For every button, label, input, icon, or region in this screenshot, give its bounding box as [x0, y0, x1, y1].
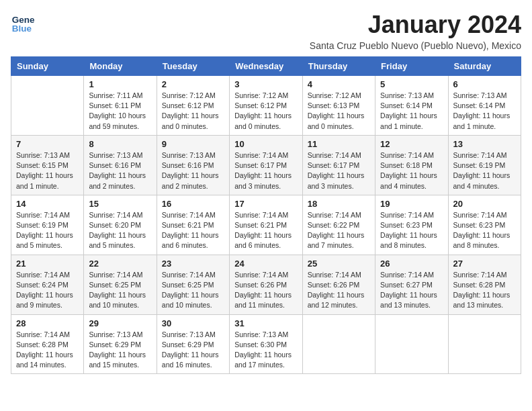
col-header-wednesday: Wednesday: [230, 57, 302, 76]
col-header-sunday: Sunday: [11, 57, 84, 76]
day-number: 22: [89, 259, 151, 269]
col-header-tuesday: Tuesday: [157, 57, 229, 76]
calendar-cell: 16Sunrise: 7:14 AM Sunset: 6:21 PM Dayli…: [157, 195, 229, 255]
calendar-week-3: 14Sunrise: 7:14 AM Sunset: 6:19 PM Dayli…: [11, 195, 521, 255]
calendar-cell: 24Sunrise: 7:14 AM Sunset: 6:26 PM Dayli…: [230, 255, 302, 314]
day-number: 15: [89, 199, 151, 209]
calendar-cell: 13Sunrise: 7:14 AM Sunset: 6:19 PM Dayli…: [448, 135, 521, 195]
day-info: Sunrise: 7:12 AM Sunset: 6:12 PM Dayligh…: [162, 91, 224, 132]
day-info: Sunrise: 7:13 AM Sunset: 6:16 PM Dayligh…: [162, 150, 224, 191]
day-info: Sunrise: 7:14 AM Sunset: 6:20 PM Dayligh…: [89, 210, 151, 251]
day-info: Sunrise: 7:13 AM Sunset: 6:15 PM Dayligh…: [16, 150, 79, 191]
calendar-cell: 11Sunrise: 7:14 AM Sunset: 6:17 PM Dayli…: [302, 135, 375, 195]
day-number: 23: [162, 259, 224, 269]
calendar-cell: 17Sunrise: 7:14 AM Sunset: 6:21 PM Dayli…: [230, 195, 302, 255]
day-number: 16: [162, 199, 224, 209]
day-number: 31: [234, 318, 297, 328]
calendar-cell: 15Sunrise: 7:14 AM Sunset: 6:20 PM Dayli…: [84, 195, 157, 255]
calendar-cell: 8Sunrise: 7:13 AM Sunset: 6:16 PM Daylig…: [84, 135, 157, 195]
day-number: 12: [380, 139, 443, 149]
logo-icon: General Blue: [11, 11, 35, 35]
day-number: 19: [380, 199, 443, 209]
day-number: 29: [89, 318, 151, 328]
day-info: Sunrise: 7:14 AM Sunset: 6:25 PM Dayligh…: [162, 270, 224, 311]
day-info: Sunrise: 7:14 AM Sunset: 6:18 PM Dayligh…: [380, 150, 443, 191]
day-number: 28: [16, 318, 79, 328]
day-info: Sunrise: 7:13 AM Sunset: 6:29 PM Dayligh…: [89, 330, 151, 371]
calendar-cell: 26Sunrise: 7:14 AM Sunset: 6:27 PM Dayli…: [375, 255, 448, 314]
calendar-cell: 21Sunrise: 7:14 AM Sunset: 6:24 PM Dayli…: [11, 255, 84, 314]
title-block: January 2024 Santa Cruz Pueblo Nuevo (Pu…: [310, 11, 521, 51]
calendar-cell: 30Sunrise: 7:13 AM Sunset: 6:29 PM Dayli…: [157, 314, 229, 374]
calendar-cell: 25Sunrise: 7:14 AM Sunset: 6:26 PM Dayli…: [302, 255, 375, 314]
month-title: January 2024: [310, 11, 521, 39]
day-number: 25: [308, 259, 370, 269]
day-number: 10: [234, 139, 297, 149]
calendar-cell: 20Sunrise: 7:14 AM Sunset: 6:23 PM Dayli…: [448, 195, 521, 255]
calendar-cell: 23Sunrise: 7:14 AM Sunset: 6:25 PM Dayli…: [157, 255, 229, 314]
calendar-cell: 22Sunrise: 7:14 AM Sunset: 6:25 PM Dayli…: [84, 255, 157, 314]
day-info: Sunrise: 7:14 AM Sunset: 6:19 PM Dayligh…: [16, 210, 79, 251]
calendar-week-5: 28Sunrise: 7:14 AM Sunset: 6:28 PM Dayli…: [11, 314, 521, 374]
day-number: 30: [162, 318, 224, 328]
day-info: Sunrise: 7:14 AM Sunset: 6:22 PM Dayligh…: [308, 210, 370, 251]
calendar-body: 1Sunrise: 7:11 AM Sunset: 6:11 PM Daylig…: [11, 76, 521, 374]
calendar-cell: 5Sunrise: 7:13 AM Sunset: 6:14 PM Daylig…: [375, 76, 448, 136]
col-header-monday: Monday: [84, 57, 157, 76]
day-number: 14: [16, 199, 79, 209]
day-number: 18: [308, 199, 370, 209]
day-number: 11: [308, 139, 370, 149]
day-info: Sunrise: 7:14 AM Sunset: 6:28 PM Dayligh…: [453, 270, 516, 311]
day-info: Sunrise: 7:14 AM Sunset: 6:24 PM Dayligh…: [16, 270, 79, 311]
calendar-cell: [11, 76, 84, 136]
calendar-cell: 7Sunrise: 7:13 AM Sunset: 6:15 PM Daylig…: [11, 135, 84, 195]
day-number: 4: [308, 79, 370, 89]
day-number: 27: [453, 259, 516, 269]
calendar-cell: 31Sunrise: 7:13 AM Sunset: 6:30 PM Dayli…: [230, 314, 302, 374]
calendar-week-1: 1Sunrise: 7:11 AM Sunset: 6:11 PM Daylig…: [11, 76, 521, 136]
day-number: 17: [234, 199, 297, 209]
day-info: Sunrise: 7:14 AM Sunset: 6:21 PM Dayligh…: [162, 210, 224, 251]
calendar-cell: 4Sunrise: 7:12 AM Sunset: 6:13 PM Daylig…: [302, 76, 375, 136]
col-header-thursday: Thursday: [302, 57, 375, 76]
day-number: 24: [234, 259, 297, 269]
calendar-week-2: 7Sunrise: 7:13 AM Sunset: 6:15 PM Daylig…: [11, 135, 521, 195]
day-number: 6: [453, 79, 516, 89]
day-info: Sunrise: 7:14 AM Sunset: 6:28 PM Dayligh…: [16, 330, 79, 371]
day-info: Sunrise: 7:14 AM Sunset: 6:26 PM Dayligh…: [308, 270, 370, 311]
svg-text:Blue: Blue: [12, 24, 32, 34]
day-info: Sunrise: 7:14 AM Sunset: 6:17 PM Dayligh…: [234, 150, 297, 191]
day-info: Sunrise: 7:13 AM Sunset: 6:14 PM Dayligh…: [380, 91, 443, 132]
day-info: Sunrise: 7:14 AM Sunset: 6:19 PM Dayligh…: [453, 150, 516, 191]
calendar-table: SundayMondayTuesdayWednesdayThursdayFrid…: [11, 56, 521, 374]
calendar-cell: 6Sunrise: 7:13 AM Sunset: 6:14 PM Daylig…: [448, 76, 521, 136]
day-number: 26: [380, 259, 443, 269]
day-info: Sunrise: 7:14 AM Sunset: 6:17 PM Dayligh…: [308, 150, 370, 191]
calendar-cell: 28Sunrise: 7:14 AM Sunset: 6:28 PM Dayli…: [11, 314, 84, 374]
day-number: 2: [162, 79, 224, 89]
logo: General Blue: [11, 11, 35, 35]
location-subtitle: Santa Cruz Pueblo Nuevo (Pueblo Nuevo), …: [310, 40, 521, 51]
day-info: Sunrise: 7:13 AM Sunset: 6:14 PM Dayligh…: [453, 91, 516, 132]
day-info: Sunrise: 7:12 AM Sunset: 6:12 PM Dayligh…: [234, 91, 297, 132]
day-info: Sunrise: 7:14 AM Sunset: 6:26 PM Dayligh…: [234, 270, 297, 311]
day-info: Sunrise: 7:13 AM Sunset: 6:29 PM Dayligh…: [162, 330, 224, 371]
day-number: 3: [234, 79, 297, 89]
page-header: General Blue January 2024 Santa Cruz Pue…: [11, 11, 521, 51]
day-number: 13: [453, 139, 516, 149]
calendar-header-row: SundayMondayTuesdayWednesdayThursdayFrid…: [11, 57, 521, 76]
day-info: Sunrise: 7:14 AM Sunset: 6:25 PM Dayligh…: [89, 270, 151, 311]
day-info: Sunrise: 7:14 AM Sunset: 6:23 PM Dayligh…: [453, 210, 516, 251]
calendar-cell: 2Sunrise: 7:12 AM Sunset: 6:12 PM Daylig…: [157, 76, 229, 136]
calendar-cell: 19Sunrise: 7:14 AM Sunset: 6:23 PM Dayli…: [375, 195, 448, 255]
col-header-friday: Friday: [375, 57, 448, 76]
calendar-cell: [448, 314, 521, 374]
calendar-cell: [302, 314, 375, 374]
col-header-saturday: Saturday: [448, 57, 521, 76]
day-number: 1: [89, 79, 151, 89]
day-number: 5: [380, 79, 443, 89]
day-info: Sunrise: 7:12 AM Sunset: 6:13 PM Dayligh…: [308, 91, 370, 132]
calendar-cell: 18Sunrise: 7:14 AM Sunset: 6:22 PM Dayli…: [302, 195, 375, 255]
day-number: 7: [16, 139, 79, 149]
day-number: 20: [453, 199, 516, 209]
